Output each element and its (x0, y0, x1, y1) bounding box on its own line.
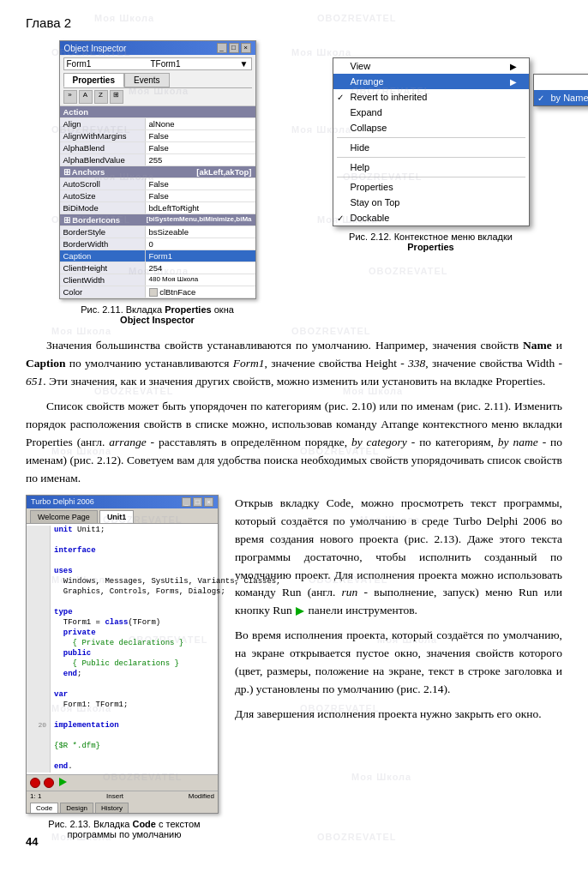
line-text: { Public declarations } (51, 659, 179, 670)
line-text (51, 680, 54, 690)
oi-minimize-button[interactable]: _ (217, 43, 227, 53)
ide-tab-welcomepage[interactable]: Welcome Page (30, 510, 98, 523)
code-line: 20 implementation (27, 721, 218, 731)
figure1-caption: Рис. 2.11. Вкладка Properties окнаObject… (81, 304, 234, 325)
page-container: Моя Школа OBOZREVATEL OBOZREVATEL Моя Шк… (0, 0, 588, 857)
chapter-title: Глава 2 (26, 15, 562, 30)
line-number (27, 577, 51, 587)
oi-prop-name: Color (60, 286, 146, 298)
line-number (27, 639, 51, 649)
ide-modified: Modified (189, 792, 214, 800)
watermark: Моя Школа (51, 326, 111, 336)
oi-prop-clientwidth: ClientWidth 480 Моя Школа (60, 274, 255, 286)
code-line: { Private declarations } (27, 639, 218, 649)
oi-prop-val: clBtnFace (146, 286, 255, 298)
oi-prop-val: False (146, 190, 255, 201)
ctx-item-arrange[interactable]: Arrange ▶ by Category ✓ by Name (333, 74, 529, 89)
line-number (27, 731, 51, 742)
oi-properties-list: Action Align alNone AlignWithMargins Fal… (60, 106, 255, 298)
oi-toolbar-btn2[interactable]: A (79, 90, 93, 104)
page-number: 44 (26, 835, 38, 848)
oi-prop-alignwithmargins: AlignWithMargins False (60, 130, 255, 142)
ide-maximize-button[interactable]: □ (193, 497, 202, 507)
line-text: Form1: TForm1; (51, 701, 128, 711)
right-paragraph-3: Для завершения исполнения проекта нужно … (235, 706, 562, 724)
ide-stop-button[interactable] (30, 778, 40, 788)
ide-tab-unit1[interactable]: Unit1 (99, 510, 135, 523)
ide-minimize-button[interactable]: _ (182, 497, 191, 507)
oi-title: Object Inspector (64, 44, 127, 53)
line-text (51, 731, 54, 742)
oi-tab-properties[interactable]: Properties (63, 73, 124, 87)
oi-prop-name: AlignWithMargins (60, 130, 146, 141)
ide-bottomtab-design[interactable]: Design (60, 803, 93, 813)
ide-titlebar-buttons: _ □ × (182, 497, 213, 507)
code-line (27, 680, 218, 690)
ctx-item-revert[interactable]: ✓ Revert to inherited (333, 89, 529, 105)
ctx-item-expand[interactable]: Expand (333, 105, 529, 120)
ide-titlebar: Turbo Delphi 2006 _ □ × (27, 496, 218, 508)
line-text (51, 556, 54, 567)
oi-prop-name: ClientHeight (60, 262, 146, 274)
line-text: { Private declarations } (51, 639, 183, 649)
line-number: 20 (27, 721, 51, 731)
ide-title: Turbo Delphi 2006 (31, 497, 94, 507)
oi-close-button[interactable]: × (241, 43, 251, 53)
oi-form-select[interactable]: Form1 TForm1 ▼ (63, 57, 252, 70)
ctx-item-stayontop[interactable]: Stay on Top (333, 195, 529, 210)
oi-prop-alphablendvalue: AlphaBlendValue 255 (60, 154, 255, 166)
oi-section-action: Action (60, 106, 255, 118)
oi-prop-val: False (146, 130, 255, 141)
line-number (27, 690, 51, 701)
line-text: var (51, 690, 68, 701)
line-text: private (51, 628, 96, 639)
ctx-item-dockable[interactable]: ✓ Dockable (333, 210, 529, 226)
ctx-submenu-item-name[interactable]: ✓ by Name (534, 90, 589, 105)
oi-toolbar-btn3[interactable]: Z (94, 90, 108, 104)
ctx-separator (337, 157, 525, 158)
ctx-item-view[interactable]: View ▶ (333, 58, 529, 74)
oi-prop-val: 255 (146, 154, 255, 165)
oi-prop-color: Color clBtnFace (60, 286, 255, 298)
oi-form-class: TForm1 (151, 59, 181, 69)
code-line: private (27, 628, 218, 639)
ctx-item-properties[interactable]: Properties (333, 179, 529, 195)
ctx-submenu-item-category[interactable]: by Category (534, 75, 589, 90)
ide-bottom-tabs: Code Design History (27, 801, 218, 813)
code-line: var (27, 690, 218, 701)
ide-pause-button[interactable] (44, 778, 54, 788)
line-number (27, 587, 51, 598)
oi-prop-val: bdLeftToRight (146, 202, 255, 213)
oi-prop-name: Caption (60, 250, 146, 262)
code-line: public (27, 649, 218, 659)
ctx-item-hide[interactable]: Hide (333, 140, 529, 155)
oi-section-anchors: ⊞ Anchors [akLeft,akTop] (60, 166, 255, 178)
oi-prop-val: alNone (146, 118, 255, 129)
line-number (27, 762, 51, 773)
line-text: end; (51, 670, 81, 680)
line-number (27, 556, 51, 567)
ide-position: 1: 1 (30, 792, 41, 800)
line-text: type (51, 608, 73, 618)
ide-bottomtab-history[interactable]: History (95, 803, 129, 813)
oi-tab-events[interactable]: Events (124, 73, 170, 87)
oi-toolbar-btn1[interactable]: » (63, 90, 77, 104)
code-line: { Public declarations } (27, 659, 218, 670)
ctx-item-label: Hide (351, 142, 370, 153)
oi-toolbar-btn4[interactable]: ⊞ (110, 90, 123, 104)
code-line: TForm1 = class(TForm) (27, 618, 218, 628)
ide-close-button[interactable]: × (204, 497, 213, 507)
ctx-item-label: Help (351, 162, 370, 172)
split-right: Открыв вкладку Code, можно просмотреть т… (235, 495, 562, 839)
oi-prop-autoscroll: AutoScroll False (60, 178, 255, 190)
ctx-item-label: Revert to inherited (351, 92, 428, 102)
oi-titlebar: Object Inspector _ □ × (60, 41, 255, 55)
ide-bottomtab-code[interactable]: Code (30, 803, 58, 813)
line-text: interface (51, 546, 96, 556)
oi-toolbar: » A Z ⊞ (60, 88, 255, 106)
ctx-item-collapse[interactable]: Collapse (333, 120, 529, 135)
ctx-item-help[interactable]: Help (333, 159, 529, 175)
ctx-item-label: Expand (351, 107, 382, 117)
oi-prop-clientheight: ClientHeight 254 (60, 262, 255, 274)
oi-maximize-button[interactable]: □ (229, 43, 239, 53)
